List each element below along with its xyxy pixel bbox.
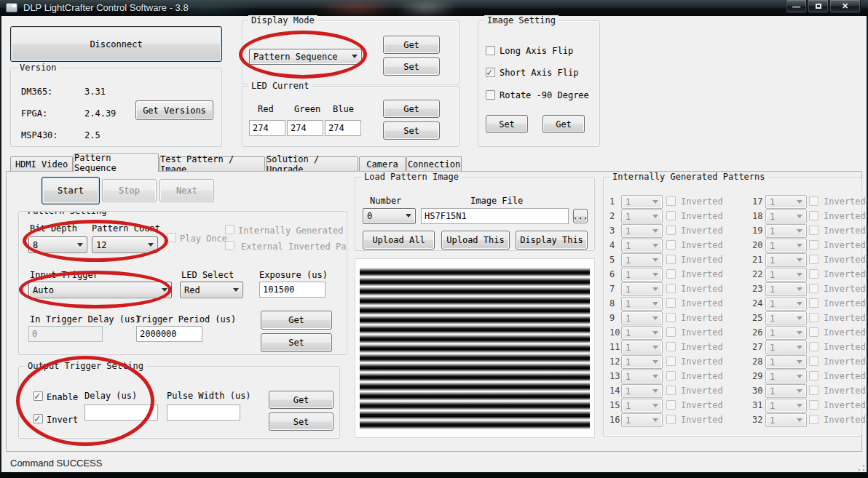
get-versions-button[interactable]: Get Versions	[135, 100, 213, 120]
led-select-combo[interactable]: Red	[180, 282, 243, 298]
pattern-inverted-checkbox[interactable]	[809, 240, 818, 250]
pattern-value-combo[interactable]: 1	[621, 340, 663, 354]
pattern-value-combo[interactable]: 1	[621, 282, 663, 296]
pattern-inverted-checkbox[interactable]	[809, 255, 818, 264]
led-blue-input[interactable]	[325, 120, 361, 136]
exposure-input[interactable]	[259, 282, 326, 298]
pattern-inverted-checkbox[interactable]	[809, 269, 818, 279]
display-mode-combo[interactable]: Pattern Sequence	[249, 49, 362, 65]
pulse-width-input[interactable]	[167, 405, 240, 421]
pattern-inverted-checkbox[interactable]	[809, 313, 818, 322]
pattern-inverted-checkbox[interactable]	[809, 298, 818, 308]
pattern-value-combo[interactable]: 1	[765, 210, 807, 223]
pattern-value-combo[interactable]: 1	[621, 355, 663, 369]
pattern-setting-set-button[interactable]: Set	[261, 333, 332, 352]
pattern-value-combo[interactable]: 1	[621, 253, 663, 267]
pattern-value-combo[interactable]: 1	[765, 297, 807, 311]
pattern-inverted-checkbox[interactable]	[666, 298, 676, 308]
pattern-inverted-checkbox[interactable]	[809, 226, 818, 235]
pattern-inverted-checkbox[interactable]	[666, 386, 676, 395]
maximize-button[interactable]	[808, 0, 829, 13]
pattern-value-combo[interactable]: 1	[765, 384, 807, 398]
pattern-value-combo[interactable]: 1	[621, 297, 663, 311]
tab-camera[interactable]: Camera	[359, 156, 406, 172]
pattern-value-combo[interactable]: 1	[765, 224, 807, 238]
upload-all-button[interactable]: Upload All	[363, 231, 435, 250]
short-axis-flip-checkbox[interactable]	[486, 68, 495, 77]
image-setting-set-button[interactable]: Set	[486, 115, 528, 133]
image-number-combo[interactable]: 0	[363, 208, 416, 224]
pattern-value-combo[interactable]: 1	[621, 413, 663, 427]
pattern-inverted-checkbox[interactable]	[809, 386, 818, 395]
pattern-value-combo[interactable]: 1	[765, 370, 807, 383]
output-trigger-set-button[interactable]: Set	[269, 413, 334, 431]
pattern-setting-get-button[interactable]: Get	[261, 311, 332, 330]
tab-solution-upgrade[interactable]: Solution / Upgrade	[266, 156, 358, 172]
pattern-value-combo[interactable]: 1	[765, 253, 807, 267]
resize-grip[interactable]	[858, 464, 865, 471]
pattern-inverted-checkbox[interactable]	[666, 313, 676, 322]
pattern-inverted-checkbox[interactable]	[666, 356, 676, 366]
pattern-inverted-checkbox[interactable]	[809, 284, 818, 293]
pattern-inverted-checkbox[interactable]	[666, 240, 676, 250]
pattern-inverted-checkbox[interactable]	[666, 211, 676, 220]
image-file-input[interactable]	[421, 208, 569, 224]
bit-depth-combo[interactable]: 8	[28, 236, 87, 253]
pattern-value-combo[interactable]: 1	[621, 326, 663, 340]
external-inverted-checkbox[interactable]	[225, 241, 234, 250]
pattern-value-combo[interactable]: 1	[765, 413, 807, 427]
in-trigger-delay-input[interactable]	[28, 326, 103, 342]
pattern-inverted-checkbox[interactable]	[666, 284, 676, 293]
play-once-checkbox[interactable]	[167, 233, 176, 242]
pattern-count-combo[interactable]: 12	[92, 236, 158, 253]
pattern-value-combo[interactable]: 1	[765, 311, 807, 325]
start-button[interactable]: Start	[42, 177, 100, 204]
disconnect-button[interactable]: Disconnect	[10, 26, 222, 62]
pattern-value-combo[interactable]: 1	[621, 210, 663, 223]
pattern-inverted-checkbox[interactable]	[666, 342, 676, 351]
pattern-inverted-checkbox[interactable]	[666, 226, 676, 235]
pattern-inverted-checkbox[interactable]	[809, 342, 818, 351]
tab-connection[interactable]: Connection	[406, 156, 462, 172]
stop-button[interactable]: Stop	[102, 179, 157, 202]
input-trigger-combo[interactable]: Auto	[28, 282, 172, 298]
image-setting-get-button[interactable]: Get	[542, 115, 585, 133]
trigger-period-input[interactable]	[136, 326, 202, 342]
pattern-value-combo[interactable]: 1	[621, 311, 663, 325]
led-current-get-button[interactable]: Get	[383, 100, 440, 118]
pattern-value-combo[interactable]: 1	[765, 239, 807, 252]
pattern-inverted-checkbox[interactable]	[666, 371, 676, 381]
pattern-inverted-checkbox[interactable]	[666, 255, 676, 264]
pattern-value-combo[interactable]: 1	[765, 282, 807, 296]
long-axis-flip-checkbox[interactable]	[486, 46, 495, 55]
pattern-inverted-checkbox[interactable]	[666, 400, 676, 410]
pattern-inverted-checkbox[interactable]	[666, 196, 676, 206]
upload-this-button[interactable]: Upload This	[441, 231, 510, 250]
pattern-value-combo[interactable]: 1	[621, 224, 663, 238]
display-mode-get-button[interactable]: Get	[383, 36, 440, 54]
pattern-inverted-checkbox[interactable]	[666, 415, 676, 424]
output-enable-checkbox[interactable]	[33, 391, 43, 401]
output-invert-checkbox[interactable]	[33, 414, 43, 423]
pattern-value-combo[interactable]: 1	[621, 239, 663, 252]
output-delay-input[interactable]	[84, 405, 158, 421]
pattern-inverted-checkbox[interactable]	[809, 196, 818, 206]
pattern-inverted-checkbox[interactable]	[666, 327, 676, 337]
pattern-value-combo[interactable]: 1	[765, 326, 807, 340]
led-current-set-button[interactable]: Set	[383, 122, 440, 140]
pattern-value-combo[interactable]: 1	[765, 355, 807, 369]
pattern-value-combo[interactable]: 1	[621, 399, 663, 413]
close-button[interactable]: ✕	[829, 0, 861, 13]
internally-generated-checkbox[interactable]	[225, 225, 234, 234]
output-trigger-get-button[interactable]: Get	[269, 391, 334, 409]
browse-button[interactable]: ...	[573, 209, 588, 223]
pattern-inverted-checkbox[interactable]	[809, 400, 818, 410]
pattern-inverted-checkbox[interactable]	[809, 356, 818, 366]
tab-test-pattern-image[interactable]: Test Pattern / Image	[159, 156, 265, 172]
next-button[interactable]: Next	[159, 179, 214, 202]
pattern-value-combo[interactable]: 1	[765, 268, 807, 282]
pattern-inverted-checkbox[interactable]	[809, 371, 818, 381]
tab-hdmi-video[interactable]: HDMI Video	[10, 156, 73, 172]
pattern-value-combo[interactable]: 1	[621, 268, 663, 282]
pattern-inverted-checkbox[interactable]	[809, 415, 818, 424]
